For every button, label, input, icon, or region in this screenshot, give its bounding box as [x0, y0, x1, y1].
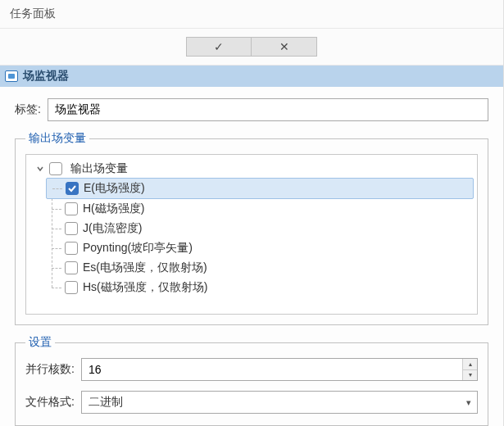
settings-legend: 设置 [25, 335, 55, 350]
section-title: 场监视器 [23, 69, 69, 84]
settings-fieldset: 设置 并行核数: ▴ ▾ 文件格式: [15, 335, 488, 426]
tree-item-checkbox[interactable] [65, 242, 78, 255]
tree-item-label: Hs(磁场强度，仅散射场) [83, 280, 207, 295]
tree-item-label: Poynting(坡印亭矢量) [83, 241, 193, 256]
tree-item-label: H(磁场强度) [83, 202, 144, 216]
spinner-down-button[interactable]: ▾ [463, 369, 477, 381]
format-row: 文件格式: 二进制 ▾ [25, 391, 478, 414]
panel-title: 任务面板 [0, 0, 503, 29]
section-header: 场监视器 [0, 66, 503, 87]
chevron-down-icon: ▾ [469, 371, 472, 378]
tree-item-checkbox[interactable] [65, 222, 78, 235]
check-icon: ✓ [214, 40, 224, 53]
output-fieldset: 输出场变量 输出场变量 E(电场强度)H(磁场强度)J(电流密度)Poyntin… [15, 131, 488, 325]
tree-item[interactable]: H(磁场强度) [46, 199, 474, 219]
spinner-up-button[interactable]: ▴ [463, 359, 477, 369]
cores-row: 并行核数: ▴ ▾ [25, 358, 478, 381]
tree-children: E(电场强度)H(磁场强度)J(电流密度)Poynting(坡印亭矢量)Es(电… [46, 178, 474, 297]
output-legend: 输出场变量 [25, 131, 89, 146]
panel-body: 标签: 输出场变量 输出场变量 E(电场强度)H(磁场强度)J(电流密度)Poy… [0, 87, 503, 426]
tree-root-label: 输出场变量 [70, 161, 128, 176]
close-icon: ✕ [279, 40, 289, 53]
tree-item-label: Es(电场强度，仅散射场) [83, 261, 207, 275]
tree-item[interactable]: Hs(磁场强度，仅散射场) [46, 278, 474, 297]
output-tree: 输出场变量 E(电场强度)H(磁场强度)J(电流密度)Poynting(坡印亭矢… [25, 154, 478, 315]
tree-item-label: J(电流密度) [83, 221, 142, 236]
chevron-up-icon: ▴ [469, 360, 472, 368]
cores-input[interactable] [82, 359, 462, 380]
format-value: 二进制 [82, 392, 461, 412]
tree-guide-line [52, 188, 62, 189]
tree-item-label: E(电场强度) [84, 181, 145, 196]
tree-guide-line [52, 209, 61, 210]
format-label: 文件格式: [25, 395, 75, 410]
label-row: 标签: [15, 98, 488, 121]
tree-item-checkbox[interactable] [66, 182, 79, 195]
cores-spinner: ▴ ▾ [81, 358, 478, 381]
cores-label: 并行核数: [25, 362, 75, 377]
tree-guide-line [52, 268, 61, 269]
chevron-down-icon[interactable] [34, 163, 46, 174]
tree-item[interactable]: Poynting(坡印亭矢量) [46, 238, 474, 258]
label-input[interactable] [48, 98, 488, 121]
monitor-icon [5, 70, 18, 82]
tree-item-checkbox[interactable] [65, 281, 78, 294]
tree-guide-line [52, 288, 61, 288]
tree-item[interactable]: Es(电场强度，仅散射场) [46, 258, 474, 278]
tree-item[interactable]: E(电场强度) [46, 178, 474, 199]
cancel-button[interactable]: ✕ [252, 37, 317, 57]
chevron-down-icon: ▾ [461, 397, 477, 408]
root-checkbox[interactable] [49, 162, 62, 175]
tree-item-checkbox[interactable] [65, 202, 78, 215]
tree-root[interactable]: 输出场变量 [30, 160, 474, 178]
tree-item[interactable]: J(电流密度) [46, 219, 474, 238]
confirm-button[interactable]: ✓ [186, 37, 252, 57]
action-bar: ✓ ✕ [0, 29, 503, 66]
spinner-buttons: ▴ ▾ [462, 359, 477, 380]
tree-item-checkbox[interactable] [65, 261, 78, 274]
tree-guide-line [52, 248, 61, 249]
tree-guide-line [52, 229, 61, 229]
task-panel: 任务面板 ✓ ✕ 场监视器 标签: 输出场变量 输出场变量 [0, 0, 504, 426]
format-select[interactable]: 二进制 ▾ [81, 391, 478, 414]
label-field-label: 标签: [15, 102, 41, 117]
